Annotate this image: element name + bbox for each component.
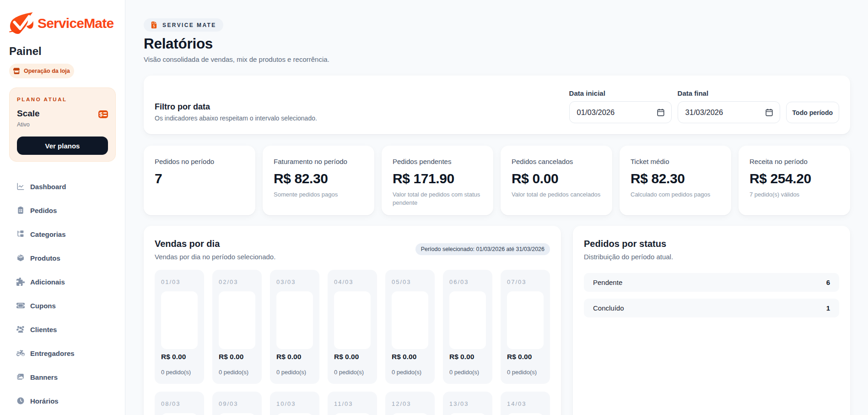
svg-text:$: $ [99, 111, 102, 118]
